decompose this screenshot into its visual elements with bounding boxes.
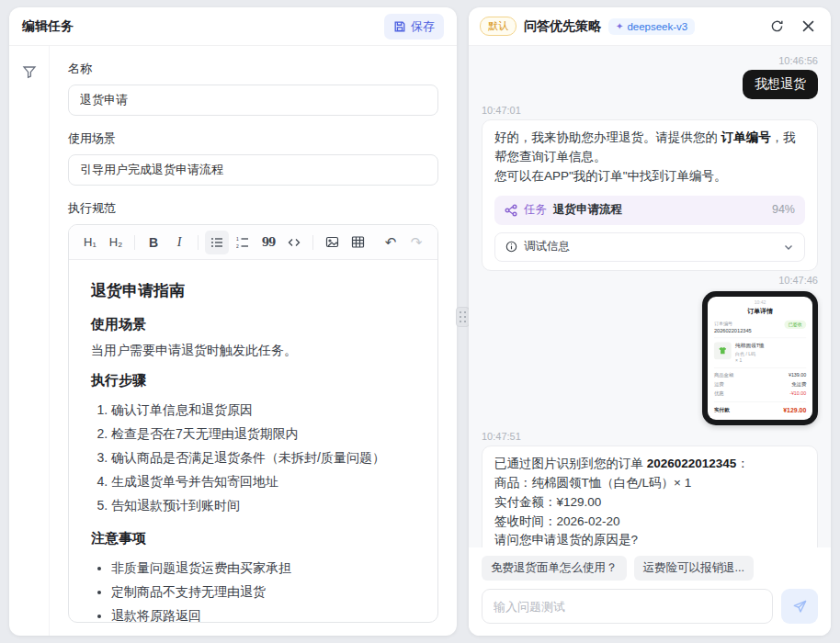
doc-note: 定制商品不支持无理由退货 — [111, 581, 415, 604]
shipping-value: 免运费 — [791, 381, 806, 389]
doc-scene-text: 当用户需要申请退货时触发此任务。 — [91, 343, 415, 359]
chat-header: 默认 问答优先策略 ✦ deepseek-v3 — [469, 7, 831, 46]
save-button[interactable]: 保存 — [384, 14, 444, 39]
code-button[interactable] — [282, 231, 306, 254]
message-paragraph: 您可以在APP"我的订单"中找到订单编号。 — [494, 167, 805, 186]
editor-form: 名称 使用场景 执行规范 H₁ H₂ B I — [50, 46, 457, 636]
status-bar-time: 10:42 — [714, 300, 806, 306]
close-icon — [802, 20, 814, 32]
model-icon: ✦ — [616, 21, 623, 31]
bold-button[interactable]: B — [142, 231, 165, 254]
redo-button[interactable]: ↷ — [404, 231, 428, 254]
timestamp: 10:47:01 — [482, 105, 818, 116]
product-thumbnail — [714, 342, 732, 359]
heading2-button[interactable]: H₂ — [104, 231, 128, 254]
timestamp: 10:47:46 — [482, 275, 818, 286]
insert-table-button[interactable] — [346, 231, 369, 254]
workflow-icon — [505, 204, 517, 217]
doc-scene-heading: 使用场景 — [91, 316, 415, 333]
debug-info-toggle[interactable]: 调试信息 — [494, 232, 805, 262]
message-line: 实付金额：¥129.00 — [494, 493, 805, 513]
image-icon — [325, 235, 339, 249]
name-field[interactable] — [68, 85, 438, 116]
suggestion-chip[interactable]: 免费退货面单怎么使用？ — [482, 556, 627, 581]
tshirt-icon — [718, 345, 728, 355]
insert-image-button[interactable] — [320, 231, 344, 254]
phone-frame: 10:42 订单详情 订单编号 2026022012345 已签收 — [702, 291, 818, 425]
amount-label: 商品金额 — [714, 372, 733, 379]
discount-value: -¥10.00 — [789, 390, 806, 398]
task-name: 退货申请流程 — [553, 201, 622, 219]
suggestion-chips: 免费退货面单怎么使用？ 运费险可以报销退... — [482, 556, 818, 581]
matched-task-card[interactable]: 任务 退货申请流程 94% — [494, 196, 805, 225]
message-paragraph: 已通过图片识别到您的订单 2026022012345： — [494, 455, 805, 474]
message-line: 签收时间：2026-02-20 — [494, 513, 805, 532]
spec-label: 执行规范 — [68, 200, 438, 217]
scene-field[interactable] — [68, 154, 438, 186]
uploaded-order-image[interactable]: 10:42 订单详情 订单编号 2026022012345 已签收 — [702, 291, 818, 425]
doc-title: 退货申请指南 — [91, 280, 415, 301]
doc-steps-list: 确认订单信息和退货原因 检查是否在7天无理由退货期限内 确认商品是否满足退货条件… — [111, 399, 415, 517]
save-button-label: 保存 — [411, 18, 435, 35]
close-button[interactable] — [796, 15, 820, 39]
page-title: 编辑任务 — [22, 18, 74, 35]
chat-input[interactable] — [482, 589, 773, 624]
bullet-list-button[interactable] — [205, 231, 229, 254]
chat-message-list[interactable]: 10:46:56 我想退货 10:47:01 好的，我来协助您办理退货。请提供您… — [469, 46, 831, 547]
ordered-list-icon: 1 2 — [236, 236, 249, 249]
model-name: deepseek-v3 — [627, 21, 687, 32]
undo-button[interactable]: ↶ — [379, 231, 403, 254]
order-no-label: 订单编号 — [714, 320, 752, 326]
svg-text:2: 2 — [236, 243, 239, 248]
user-message: 我想退货 — [743, 70, 818, 99]
timestamp: 10:46:56 — [482, 55, 818, 66]
order-no: 2026022012345 — [714, 328, 752, 333]
save-icon — [393, 20, 406, 33]
product-qty: × 1 — [735, 358, 765, 364]
amount-value: ¥139.00 — [789, 372, 806, 379]
doc-steps-heading: 执行步骤 — [91, 372, 415, 389]
name-label: 名称 — [68, 61, 438, 77]
editor-toolbar: H₁ H₂ B I 1 2 — [69, 225, 437, 260]
message-line: 商品：纯棉圆领T恤（白色/L码）× 1 — [494, 474, 805, 493]
send-button[interactable] — [781, 589, 818, 624]
shipping-label: 运费 — [714, 381, 724, 389]
italic-button[interactable]: I — [167, 231, 191, 254]
total-label: 实付款 — [714, 406, 730, 413]
discount-label: 优惠 — [714, 390, 724, 398]
ordered-list-button[interactable]: 1 2 — [231, 231, 255, 254]
rich-text-editor: H₁ H₂ B I 1 2 — [68, 224, 438, 623]
editor-left-rail — [9, 46, 50, 636]
svg-text:1: 1 — [236, 236, 239, 242]
heading1-button[interactable]: H₁ — [78, 231, 102, 254]
bullet-list-icon — [210, 236, 223, 249]
chat-test-panel: 默认 问答优先策略 ✦ deepseek-v3 10:46:56 我想退货 10… — [469, 7, 831, 636]
doc-step: 生成退货单号并告知寄回地址 — [111, 470, 415, 494]
timestamp: 10:47:51 — [482, 431, 818, 442]
total-value: ¥129.00 — [783, 406, 806, 413]
refresh-button[interactable] — [765, 15, 789, 39]
message-line: 请问您申请退货的原因是? — [494, 531, 805, 547]
default-badge: 默认 — [480, 17, 516, 36]
assistant-message: 已通过图片识别到您的订单 2026022012345： 商品：纯棉圆领T恤（白色… — [482, 446, 818, 547]
chat-footer: 免费退货面单怎么使用？ 运费险可以报销退... — [469, 547, 831, 636]
product-name: 纯棉圆领T恤 — [735, 342, 765, 349]
order-screenshot: 10:42 订单详情 订单编号 2026022012345 已签收 — [708, 297, 812, 420]
task-editor-panel: 编辑任务 保存 名称 使用场景 执行规范 H₁ H₂ — [9, 7, 457, 636]
editor-document[interactable]: 退货申请指南 使用场景 当用户需要申请退货时触发此任务。 执行步骤 确认订单信息… — [69, 260, 437, 622]
refresh-icon — [770, 19, 784, 33]
assistant-message: 好的，我来协助您办理退货。请提供您的 订单编号，我帮您查询订单信息。 您可以在A… — [482, 119, 818, 271]
doc-note: 退款将原路返回 — [111, 604, 415, 622]
doc-notes-list: 非质量问题退货运费由买家承担 定制商品不支持无理由退货 退款将原路返回 — [111, 557, 415, 622]
message-paragraph: 好的，我来协助您办理退货。请提供您的 订单编号，我帮您查询订单信息。 — [494, 129, 805, 167]
doc-notes-heading: 注意事项 — [91, 530, 415, 547]
panel-resize-handle[interactable] — [456, 307, 470, 327]
info-icon — [505, 241, 517, 253]
model-selector[interactable]: ✦ deepseek-v3 — [608, 18, 695, 35]
debug-info-label: 调试信息 — [524, 238, 570, 255]
suggestion-chip[interactable]: 运费险可以报销退... — [634, 556, 754, 581]
doc-note: 非质量问题退货运费由买家承担 — [111, 557, 415, 581]
product-variant: 白色 / L码 — [735, 351, 765, 357]
blockquote-button[interactable]: 99 — [256, 231, 280, 254]
filter-icon[interactable] — [22, 64, 37, 79]
